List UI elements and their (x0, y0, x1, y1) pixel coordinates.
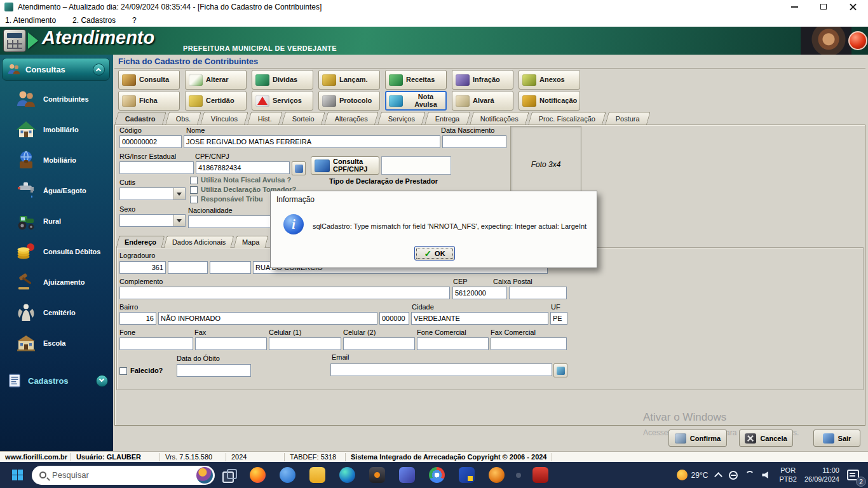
checkbox-responsavel[interactable] (190, 196, 198, 203)
toolbar-lancam-button[interactable]: Lançam. (318, 70, 380, 90)
ok-button[interactable]: OK (414, 246, 455, 261)
sidebar-item-imobiliario[interactable]: Imobiliário (0, 114, 113, 144)
subtab-mapa[interactable]: Mapa (233, 236, 268, 248)
rg-input[interactable] (119, 161, 194, 174)
data-obito-input[interactable] (177, 364, 251, 377)
task-view-button[interactable] (222, 469, 235, 482)
cidade-codigo-input[interactable] (379, 312, 409, 325)
nome-input[interactable] (184, 135, 440, 148)
fax-input[interactable] (195, 337, 267, 350)
tab-obs[interactable]: Obs. (165, 112, 201, 125)
tab-hist[interactable]: Hist. (247, 112, 283, 125)
cancela-button[interactable]: Cancela (739, 430, 793, 447)
wifi-tray-icon[interactable] (745, 471, 754, 480)
search-box[interactable]: Pesquisar (32, 466, 215, 485)
tab-postura[interactable]: Postura (605, 112, 651, 125)
email-input[interactable] (330, 363, 552, 376)
toolbar-infracao-button[interactable]: Infração (452, 70, 513, 90)
email-edit-button[interactable] (553, 363, 567, 377)
data-nascimento-input[interactable] (442, 135, 506, 148)
chrome-icon[interactable] (429, 467, 445, 483)
sidebar-item-contribuintes[interactable]: Contribuintes (0, 84, 113, 114)
celular1-input[interactable] (269, 337, 341, 350)
phone-link-icon[interactable] (399, 467, 415, 483)
toolbar-alterar-button[interactable]: Alterar (185, 70, 247, 90)
sidebar-item-mobiliario[interactable]: Mobiliário (0, 145, 113, 175)
menu-cadastros[interactable]: 2. Cadastros (72, 16, 116, 25)
logradouro-code-input-2[interactable] (210, 261, 251, 274)
confirma-button[interactable]: Confirma (668, 430, 727, 447)
consulta-cpf-button[interactable]: Consulta CPF/CNPJ (311, 156, 379, 175)
weather-widget[interactable]: 29°C (677, 470, 709, 480)
fone-comercial-input[interactable] (417, 337, 489, 350)
sair-button[interactable]: Sair (813, 430, 860, 447)
fone-input[interactable] (119, 337, 193, 350)
sexo-select[interactable] (119, 214, 186, 227)
minimize-button[interactable] (780, 0, 810, 14)
toolbar-servicos-button[interactable]: Serviços (252, 91, 313, 111)
start-button[interactable] (6, 464, 28, 486)
active-app-slot[interactable] (516, 473, 521, 478)
collapse-consultas-button[interactable] (93, 64, 105, 76)
toolbar-receitas-button[interactable]: Receitas (385, 70, 447, 90)
uf-input[interactable] (550, 312, 567, 325)
folder-icon[interactable] (309, 467, 325, 483)
tab-sorteio[interactable]: Sorteio (281, 112, 325, 125)
toolbar-dividas-button[interactable]: Dividas (252, 70, 313, 90)
utility-icon[interactable] (369, 467, 385, 483)
cpf-input[interactable] (196, 161, 290, 174)
close-button[interactable] (839, 0, 868, 14)
logradouro-code-input-1[interactable] (168, 261, 208, 274)
tab-entrega[interactable]: Entrega (424, 112, 470, 125)
toolbar-protocolo-button[interactable]: Protocolo (318, 91, 380, 111)
caixa-postal-input[interactable] (509, 287, 567, 299)
sidebar-item-cemiterio[interactable]: Cemitério (0, 297, 113, 327)
maximize-button[interactable] (810, 0, 839, 14)
globe-tray-icon[interactable] (729, 471, 738, 480)
language-indicator[interactable]: POR PTB2 (779, 466, 797, 484)
fax-comercial-input[interactable] (491, 337, 567, 350)
sidebar-item-escola[interactable]: Escola (0, 328, 113, 358)
sidebar-group-consultas[interactable]: Consultas (2, 58, 110, 81)
sidebar-item-rural[interactable]: Rural (0, 206, 113, 236)
toolbar-nota-avulsa-button[interactable]: Nota Avulsa (385, 91, 447, 111)
subtab-endereco[interactable]: Endereço (116, 236, 165, 248)
sidebar-item-consulta-debitos[interactable]: Consulta Débitos (0, 236, 113, 266)
chat-icon[interactable] (280, 467, 295, 483)
bairro-codigo-input[interactable] (119, 312, 156, 325)
media-app-icon[interactable] (532, 467, 548, 483)
toolbar-notificacao-button[interactable]: Notificação (519, 91, 580, 111)
sidebar-item-ajuizamento[interactable]: Ajuizamento (0, 267, 113, 297)
menu-atendimento[interactable]: 1. Atendimento (5, 16, 56, 25)
expand-cadastros-button[interactable] (96, 375, 108, 387)
toolbar-certidao-button[interactable]: Certidão (185, 91, 247, 111)
firefox-icon[interactable] (250, 467, 266, 483)
tab-cadastro[interactable]: Cadastro (114, 112, 166, 125)
tab-alteracoes[interactable]: Alterações (324, 112, 379, 125)
tab-proc-fiscalizacao[interactable]: Proc. Fiscalização (528, 112, 606, 125)
checkbox-utiliza-declaracao[interactable] (190, 186, 198, 194)
toolbar-ficha-button[interactable]: Ficha (118, 91, 180, 111)
toolbar-alvara-button[interactable]: Alvará (452, 91, 513, 111)
subtab-dados-adicionais[interactable]: Dados Adicionais (164, 236, 234, 248)
cpf-edit-button[interactable] (292, 161, 306, 175)
tab-notificacoes[interactable]: Notificações (470, 112, 529, 125)
tray-expand-chevron[interactable] (715, 472, 723, 480)
codigo-input[interactable] (119, 135, 182, 148)
bairro-nome-input[interactable] (158, 312, 377, 325)
sidebar-item-agua-esgoto[interactable]: Água/Esgoto (0, 175, 113, 205)
celular2-input[interactable] (343, 337, 415, 350)
remote-app-icon[interactable] (459, 467, 475, 483)
toolbar-consulta-button[interactable]: Consulta (118, 70, 180, 90)
edge-icon[interactable] (339, 467, 355, 483)
toolbar-anexos-button[interactable]: Anexos (519, 70, 580, 90)
cep-input[interactable] (452, 287, 507, 299)
tab-servicos[interactable]: Serviços (377, 112, 426, 125)
complemento-input[interactable] (119, 287, 450, 299)
logradouro-numero-input[interactable] (119, 261, 166, 274)
clock-widget[interactable]: 11:00 26/09/2024 (804, 466, 839, 484)
cidade-nome-input[interactable] (411, 312, 548, 325)
cutis-select[interactable] (119, 187, 186, 200)
fiorilli-app-icon[interactable] (489, 467, 505, 483)
sidebar-item-cadastros[interactable]: Cadastros (0, 371, 113, 390)
